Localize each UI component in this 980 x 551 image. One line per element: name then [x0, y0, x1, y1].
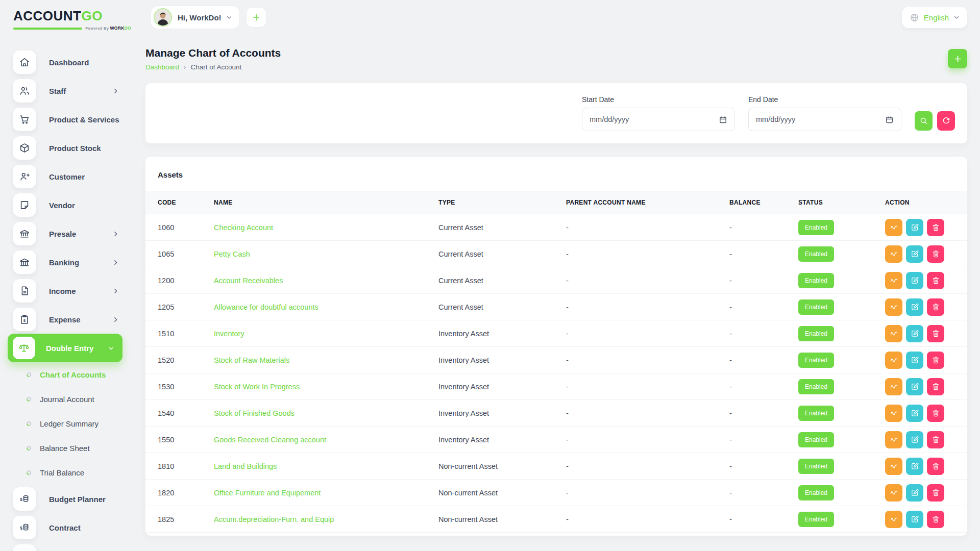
bullet-icon [26, 469, 32, 476]
edit-button[interactable] [906, 352, 923, 369]
calendar-icon[interactable] [885, 115, 894, 124]
reset-button[interactable] [937, 111, 955, 131]
sidebar-subitem-trial-balance[interactable]: Trial Balance [0, 460, 145, 485]
edit-button[interactable] [906, 219, 923, 236]
transactions-button[interactable] [885, 484, 902, 502]
delete-button[interactable] [927, 298, 944, 316]
sidebar-item-vendor[interactable]: Vendor [0, 191, 145, 219]
user-menu[interactable]: Hi, WorkDo! [151, 6, 240, 29]
delete-button[interactable] [927, 484, 944, 502]
sidebar-subitem-ledger-summary[interactable]: Ledger Summary [0, 411, 145, 436]
transactions-button[interactable] [885, 272, 902, 289]
table-row: 1205Allowance for doubtful accountsCurre… [145, 294, 967, 320]
delete-button[interactable] [927, 352, 944, 369]
account-name-link[interactable]: Stock of Raw Materials [214, 356, 438, 364]
trash-icon [932, 249, 940, 258]
wave-icon [890, 249, 898, 258]
status-badge: Enabled [798, 512, 834, 527]
sidebar-item-contract[interactable]: $Contract [0, 513, 145, 542]
account-name-link[interactable]: Land and Buildings [214, 462, 438, 470]
edit-icon [911, 356, 919, 364]
sidebar-item-partial[interactable] [0, 542, 145, 551]
language-selector[interactable]: English [902, 7, 967, 28]
transactions-button[interactable] [885, 325, 902, 342]
edit-button[interactable] [906, 458, 923, 475]
sidebar-subitem-journal-account[interactable]: Journal Account [0, 387, 145, 411]
sidebar-item-income[interactable]: Income [0, 277, 145, 305]
account-name-link[interactable]: Allowance for doubtful accounts [214, 303, 438, 311]
edit-button[interactable] [906, 405, 923, 422]
transactions-button[interactable] [885, 245, 902, 263]
column-header-name: NAME [214, 199, 438, 206]
start-date-input[interactable]: mm/dd/yyyy [582, 108, 735, 131]
transactions-button[interactable] [885, 219, 902, 236]
sidebar-item-budget-planner[interactable]: $Budget Planner [0, 485, 145, 513]
app-logo[interactable]: ACCOUNTGO Powered By WORKDO [0, 0, 145, 31]
delete-button[interactable] [927, 219, 944, 236]
delete-button[interactable] [927, 511, 944, 528]
trash-icon [932, 515, 940, 523]
table-row: 1810Land and BuildingsNon-current Asset-… [145, 453, 967, 480]
cell-code: 1060 [158, 223, 214, 232]
edit-button[interactable] [906, 511, 923, 528]
account-name-link[interactable]: Checking Account [214, 223, 438, 232]
create-account-button[interactable] [948, 49, 967, 68]
status-badge: Enabled [798, 299, 834, 315]
delete-button[interactable] [927, 272, 944, 289]
header-add-button[interactable] [246, 7, 266, 28]
breadcrumb-dashboard-link[interactable]: Dashboard [145, 63, 179, 71]
delete-button[interactable] [927, 325, 944, 342]
account-name-link[interactable]: Accum.depreciation-Furn. and Equip [214, 515, 438, 523]
sidebar-item-staff[interactable]: Staff [0, 77, 145, 105]
edit-button[interactable] [906, 484, 923, 502]
breadcrumb-current: Chart of Account [190, 63, 241, 71]
box-icon [13, 136, 36, 160]
sidebar-item-expense[interactable]: $Expense [0, 305, 145, 334]
edit-button[interactable] [906, 431, 923, 448]
delete-button[interactable] [927, 458, 944, 475]
sidebar-item-double-entry[interactable]: Double Entry [8, 334, 122, 362]
edit-button[interactable] [906, 245, 923, 263]
transactions-button[interactable] [885, 298, 902, 316]
delete-button[interactable] [927, 245, 944, 263]
transactions-button[interactable] [885, 378, 902, 395]
end-date-input[interactable]: mm/dd/yyyy [748, 108, 901, 131]
sidebar-item-banking[interactable]: Banking [0, 248, 145, 277]
row-actions [885, 378, 955, 395]
transactions-button[interactable] [885, 405, 902, 422]
globe-icon [910, 13, 919, 22]
account-name-link[interactable]: Stock of Finished Goods [214, 409, 438, 417]
transactions-button[interactable] [885, 511, 902, 528]
sidebar-subitem-label: Ledger Summary [40, 419, 99, 428]
search-button[interactable] [915, 111, 933, 131]
calendar-icon[interactable] [719, 115, 727, 124]
edit-button[interactable] [906, 325, 923, 342]
sidebar-subitem-balance-sheet[interactable]: Balance Sheet [0, 436, 145, 460]
account-name-link[interactable]: Office Furniture and Equipement [214, 489, 438, 497]
sidebar-item-customer[interactable]: Customer [0, 162, 145, 191]
delete-button[interactable] [927, 431, 944, 448]
account-name-link[interactable]: Goods Received Clearing account [214, 436, 438, 444]
sidebar-subitem-chart-of-accounts[interactable]: Chart of Accounts [0, 362, 145, 387]
transactions-button[interactable] [885, 352, 902, 369]
account-name-link[interactable]: Stock of Work In Progress [214, 383, 438, 391]
edit-button[interactable] [906, 378, 923, 395]
trash-icon [932, 303, 940, 311]
sidebar-item-product-services[interactable]: Product & Services [0, 105, 145, 134]
edit-button[interactable] [906, 272, 923, 289]
edit-button[interactable] [906, 298, 923, 316]
sidebar-item-product-stock[interactable]: Product Stock [0, 134, 145, 162]
account-name-link[interactable]: Petty Cash [214, 250, 438, 258]
wave-icon [890, 276, 898, 285]
transactions-button[interactable] [885, 431, 902, 448]
sidebar-item-dashboard[interactable]: Dashboard [0, 48, 145, 77]
transactions-button[interactable] [885, 458, 902, 475]
sidebar-item-presale[interactable]: Presale [0, 219, 145, 248]
account-name-link[interactable]: Inventory [214, 330, 438, 338]
column-header-type: TYPE [438, 199, 566, 206]
delete-button[interactable] [927, 378, 944, 395]
filter-card: Start Date mm/dd/yyyy End Date mm/dd/yyy… [145, 83, 967, 143]
account-name-link[interactable]: Account Receivables [214, 277, 438, 285]
delete-button[interactable] [927, 405, 944, 422]
cell-parent-account: - [566, 515, 729, 523]
